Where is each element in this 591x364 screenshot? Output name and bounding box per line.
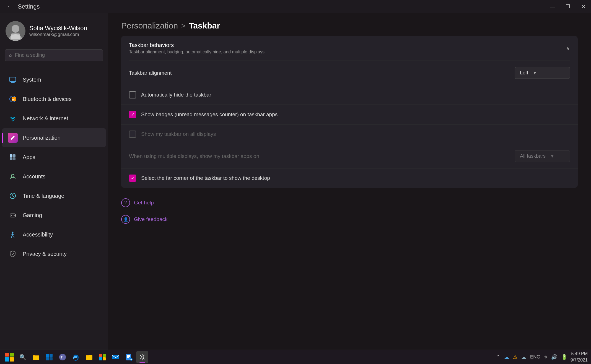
win-sq-2 <box>10 353 14 357</box>
sidebar-item-privacy[interactable]: Privacy & security <box>2 245 106 263</box>
back-button[interactable]: ← <box>4 2 14 12</box>
volume-icon[interactable]: 🔊 <box>550 353 558 361</box>
sidebar-separator <box>4 68 103 68</box>
section-title: Taskbar behaviors <box>129 42 265 48</box>
search-input[interactable] <box>15 52 99 58</box>
badges-label: Show badges (unread messages counter) on… <box>141 111 278 118</box>
taskbar-teams[interactable]: T <box>56 351 69 363</box>
svg-rect-5 <box>11 82 14 82</box>
multiple-displays-dropdown[interactable]: All taskbars ▼ <box>515 150 570 162</box>
get-help-icon: ? <box>121 198 130 207</box>
svg-rect-30 <box>103 354 106 357</box>
section-header[interactable]: Taskbar behaviors Taskbar alignment, bad… <box>121 36 578 61</box>
win-sq-3 <box>5 357 9 362</box>
alignment-dropdown[interactable]: Left ▼ <box>515 67 570 79</box>
all-displays-checkbox[interactable] <box>129 131 136 138</box>
win-sq-1 <box>5 353 9 357</box>
svg-rect-33 <box>112 355 119 359</box>
breadcrumb-separator: > <box>181 22 185 30</box>
sidebar-item-gaming[interactable]: Gaming <box>2 206 106 225</box>
give-feedback-link[interactable]: 👤 Give feedback <box>121 212 578 227</box>
multiple-displays-label: When using multiple displays, show my ta… <box>129 153 259 159</box>
taskbar-edge[interactable] <box>70 351 82 363</box>
sidebar-item-system[interactable]: System <box>2 70 106 89</box>
taskbar-explorer2[interactable] <box>83 351 95 363</box>
badges-row: ✓ Show badges (unread messages counter) … <box>121 105 578 124</box>
avatar <box>6 21 25 41</box>
chevron-up-icon[interactable]: ⌃ <box>495 353 501 361</box>
auto-hide-checkbox[interactable] <box>129 91 136 98</box>
sidebar-item-bluetooth[interactable]: 📶 Bluetooth & devices <box>2 90 106 108</box>
get-help-link[interactable]: ? Get help <box>121 196 578 210</box>
taskbar-file-explorer[interactable] <box>30 351 42 363</box>
user-email: wilsonmark@gmail.com <box>29 32 87 37</box>
search-icon: ⌕ <box>9 52 12 58</box>
svg-rect-24 <box>46 357 49 360</box>
warning-icon[interactable]: ⚠ <box>512 353 519 361</box>
weather-cloud-icon[interactable]: ☁ <box>520 353 527 361</box>
sidebar-item-accessibility[interactable]: Accessibility <box>2 225 106 244</box>
taskbar-time-value: 5:49 PM <box>571 351 588 357</box>
show-desktop-label: Select the far corner of the taskbar to … <box>141 175 270 181</box>
content-area: Personalization > Taskbar Taskbar behavi… <box>108 13 591 350</box>
sidebar-item-label-accessibility: Accessibility <box>23 232 53 238</box>
start-button[interactable] <box>3 351 15 363</box>
battery-icon[interactable]: 🔋 <box>560 353 568 361</box>
svg-point-38 <box>130 358 133 361</box>
give-feedback-icon: 👤 <box>121 215 130 224</box>
taskbar-datetime[interactable]: 5:49 PM 9/7/2021 <box>571 351 588 363</box>
sidebar-item-label-gaming: Gaming <box>23 212 42 219</box>
taskbar-editor[interactable] <box>123 351 135 363</box>
svg-rect-10 <box>10 154 12 157</box>
svg-point-14 <box>11 174 14 177</box>
svg-rect-32 <box>103 357 106 360</box>
collapse-chevron[interactable]: ∧ <box>566 45 570 52</box>
taskbar-settings[interactable] <box>136 351 148 363</box>
sidebar-item-time[interactable]: Time & language <box>2 186 106 205</box>
search-box[interactable]: ⌕ <box>5 49 103 61</box>
badges-checkbox[interactable]: ✓ <box>129 111 136 118</box>
accounts-icon <box>8 171 18 181</box>
sidebar-item-network[interactable]: Network & internet <box>2 109 106 128</box>
network-icon <box>8 113 18 123</box>
sidebar-item-apps[interactable]: Apps <box>2 148 106 167</box>
user-profile[interactable]: Sofia Wyciślik-Wilson wilsonmark@gmail.c… <box>0 13 108 46</box>
section-title-group: Taskbar behaviors Taskbar alignment, bad… <box>129 42 265 54</box>
gaming-icon <box>8 210 18 220</box>
time-icon <box>8 191 18 201</box>
svg-point-17 <box>14 215 14 215</box>
svg-point-18 <box>14 215 15 216</box>
give-feedback-label: Give feedback <box>134 216 167 222</box>
search-container: ⌕ <box>0 46 108 66</box>
dropdown-arrow-icon-2: ▼ <box>550 154 554 159</box>
svg-rect-22 <box>46 354 49 357</box>
sidebar: Sofia Wyciślik-Wilson wilsonmark@gmail.c… <box>0 13 108 350</box>
taskbar-mail[interactable] <box>110 351 122 363</box>
minimize-button[interactable]: — <box>545 0 560 13</box>
breadcrumb-current: Taskbar <box>189 21 220 30</box>
lang-indicator[interactable]: ENG <box>529 353 541 361</box>
show-desktop-checkbox[interactable]: ✓ <box>129 175 136 182</box>
privacy-icon <box>8 249 18 259</box>
taskbar-store[interactable] <box>96 351 108 363</box>
windows-icon <box>5 353 14 362</box>
breadcrumb-parent[interactable]: Personalization <box>121 21 178 30</box>
sidebar-item-accounts[interactable]: Accounts <box>2 167 106 186</box>
taskbar-start-menu[interactable] <box>43 351 55 363</box>
main-layout: Sofia Wyciślik-Wilson wilsonmark@gmail.c… <box>0 13 591 350</box>
cloud-sync-icon[interactable]: ☁ <box>503 353 510 361</box>
svg-rect-36 <box>127 356 130 357</box>
user-name: Sofia Wyciślik-Wilson <box>29 25 87 32</box>
multiple-displays-value: All taskbars <box>520 153 546 159</box>
alignment-value: Left <box>520 70 528 76</box>
display-icon[interactable]: ⎆ <box>543 353 548 361</box>
multiple-displays-row: When using multiple displays, show my ta… <box>121 144 578 168</box>
svg-text:📶: 📶 <box>11 97 16 102</box>
svg-point-39 <box>141 356 143 358</box>
svg-rect-31 <box>99 357 102 360</box>
maximize-button[interactable]: ❐ <box>560 0 576 13</box>
svg-rect-29 <box>99 354 102 357</box>
taskbar-search[interactable]: 🔍 <box>17 351 29 363</box>
close-button[interactable]: ✕ <box>576 0 591 13</box>
sidebar-item-personalization[interactable]: Personalization <box>2 128 106 147</box>
